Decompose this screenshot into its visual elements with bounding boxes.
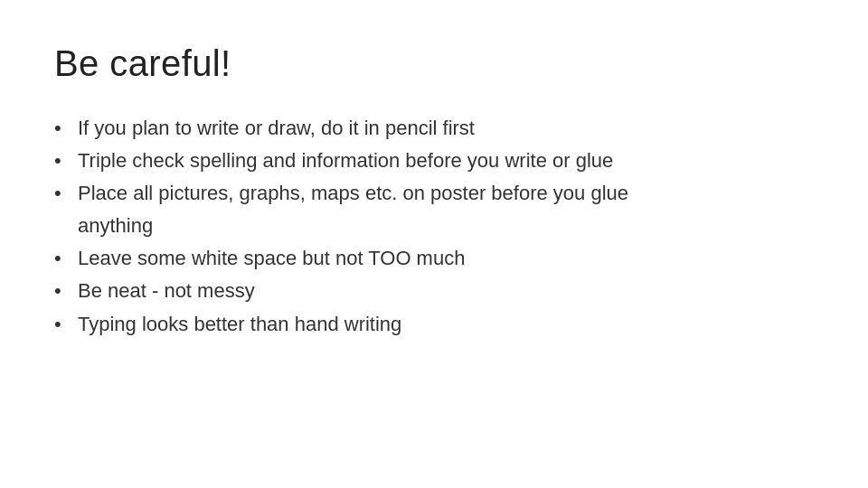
- list-item: • Be neat - not messy: [54, 276, 814, 306]
- bullet-dot: •: [54, 145, 74, 176]
- slide-title: Be careful!: [54, 43, 814, 84]
- bullet-text: Triple check spelling and information be…: [78, 145, 613, 176]
- bullet-list: • If you plan to write or draw, do it in…: [54, 113, 814, 342]
- bullet-text: anything: [78, 211, 153, 241]
- list-item-indented: anything: [54, 211, 814, 241]
- bullet-text: Typing looks better than hand writing: [78, 309, 401, 340]
- list-item: • Leave some white space but not TOO muc…: [54, 243, 814, 274]
- list-item: • Triple check spelling and information …: [54, 145, 814, 176]
- bullet-dot: •: [54, 178, 74, 209]
- bullet-text: Leave some white space but not TOO much: [78, 243, 465, 274]
- list-item: • Place all pictures, graphs, maps etc. …: [54, 178, 814, 209]
- bullet-dot: •: [54, 309, 74, 340]
- bullet-dot: •: [54, 243, 74, 274]
- bullet-text: If you plan to write or draw, do it in p…: [78, 113, 475, 144]
- bullet-dot: •: [54, 276, 74, 306]
- list-item: • If you plan to write or draw, do it in…: [54, 113, 814, 144]
- bullet-text: Place all pictures, graphs, maps etc. on…: [78, 178, 628, 209]
- bullet-text: Be neat - not messy: [78, 276, 255, 306]
- bullet-dot: •: [54, 113, 74, 144]
- list-item: • Typing looks better than hand writing: [54, 309, 814, 340]
- slide: Be careful! • If you plan to write or dr…: [0, 0, 868, 488]
